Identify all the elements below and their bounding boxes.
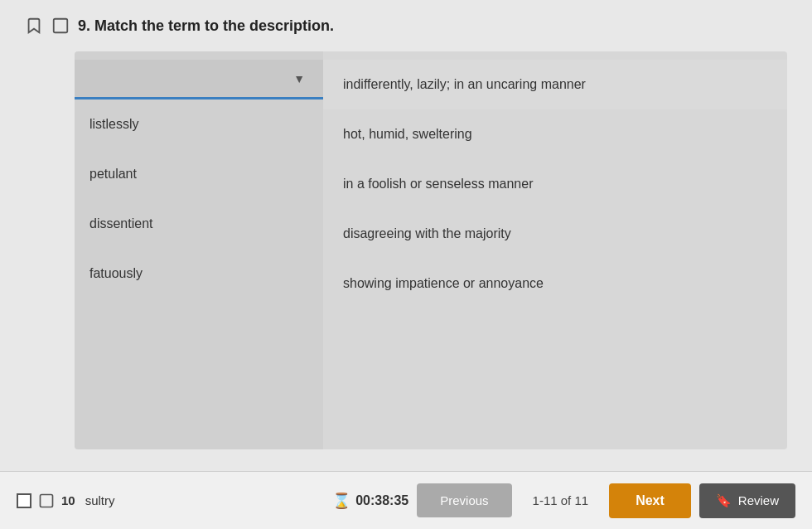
term-dropdown[interactable]: ▼ (75, 60, 323, 99)
question-header: 9. Match the term to the description. (25, 17, 787, 35)
main-content: 9. Match the term to the description. ▼ … (0, 0, 812, 529)
review-button[interactable]: 🔖 Review (699, 483, 795, 518)
next-button[interactable]: Next (609, 483, 691, 518)
bookmark-icon[interactable] (25, 17, 43, 35)
page-indicator: 1-11 of 11 (520, 493, 602, 507)
svg-rect-0 (54, 19, 68, 33)
descriptions-column: indifferently, lazily; in an uncaring ma… (323, 51, 787, 449)
bottom-bar: 10 sultry ⌛ 00:38:35 Previous 1-11 of 11… (0, 471, 812, 529)
bottom-term-label: sultry (85, 493, 115, 507)
term-listlessly[interactable]: listlessly (75, 99, 323, 149)
term-petulant[interactable]: petulant (75, 149, 323, 199)
question-checkbox[interactable] (17, 493, 31, 508)
terms-column: ▼ listlessly petulant dissentient fatuou… (75, 51, 323, 449)
timer-display: ⌛ 00:38:35 (332, 492, 408, 510)
previous-button[interactable]: Previous (417, 483, 511, 517)
match-container: ▼ listlessly petulant dissentient fatuou… (75, 51, 787, 449)
timer-text: 00:38:35 (355, 493, 408, 508)
dropdown-arrow-icon: ▼ (293, 72, 305, 85)
svg-rect-1 (41, 494, 53, 507)
description-5[interactable]: showing impatience or annoyance (323, 259, 787, 308)
review-bookmark-icon: 🔖 (716, 493, 732, 508)
description-4[interactable]: disagreeing with the majority (323, 209, 787, 259)
flag-icon[interactable] (51, 17, 70, 35)
term-dissentient[interactable]: dissentient (75, 199, 323, 249)
description-1[interactable]: indifferently, lazily; in an uncaring ma… (323, 60, 787, 109)
bottom-left-section: 10 sultry (17, 493, 115, 509)
description-2[interactable]: hot, humid, sweltering (323, 109, 787, 159)
term-fatuously[interactable]: fatuously (75, 249, 323, 298)
question-title: 9. Match the term to the description. (78, 17, 334, 35)
hourglass-icon: ⌛ (332, 492, 350, 510)
bottom-flag-icon[interactable] (38, 493, 55, 509)
description-3[interactable]: in a foolish or senseless manner (323, 159, 787, 209)
bottom-question-number: 10 (61, 493, 75, 507)
